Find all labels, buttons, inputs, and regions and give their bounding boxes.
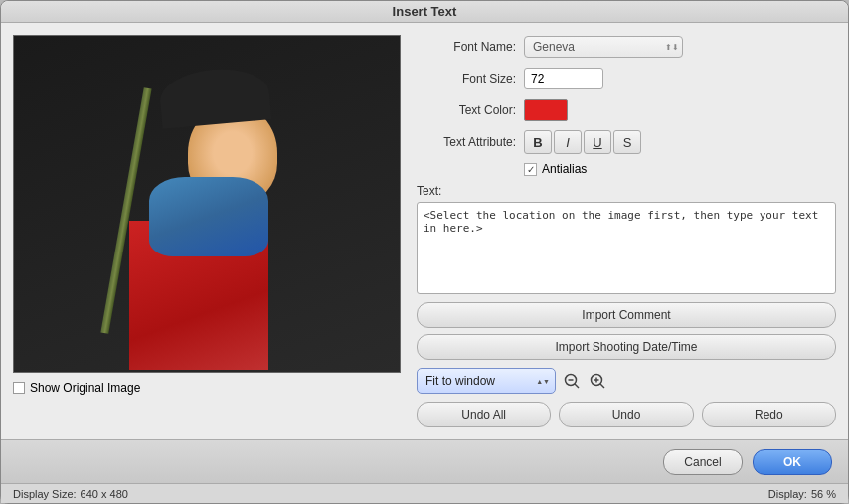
photo-scarf xyxy=(149,177,268,256)
text-color-label: Text Color: xyxy=(417,103,516,117)
font-name-select-wrapper: Geneva Arial Helvetica Times New Roman xyxy=(524,36,683,58)
font-name-label: Font Name: xyxy=(417,40,516,54)
italic-button[interactable]: I xyxy=(554,130,582,154)
cancel-button[interactable]: Cancel xyxy=(663,449,743,475)
display-zoom-label: Display: xyxy=(768,488,807,500)
image-preview[interactable] xyxy=(13,35,401,373)
import-buttons: Import Comment Import Shooting Date/Time xyxy=(417,302,836,360)
text-textarea[interactable]: <Select the location on the image first,… xyxy=(417,202,836,294)
font-size-input[interactable] xyxy=(524,68,603,89)
display-zoom-value: 56 % xyxy=(811,488,836,500)
underline-button[interactable]: U xyxy=(584,130,611,154)
fit-select-wrapper: Fit to window 100% 50% 25% 200% xyxy=(417,368,556,394)
zoom-row: Fit to window 100% 50% 25% 200% xyxy=(417,368,836,394)
import-datetime-button[interactable]: Import Shooting Date/Time xyxy=(417,334,836,360)
antialias-checkbox[interactable]: ✓ xyxy=(524,163,537,176)
right-panel: Font Name: Geneva Arial Helvetica Times … xyxy=(417,35,836,427)
show-original-row: Show Original Image xyxy=(13,381,401,395)
antialias-row: ✓ Antialias xyxy=(524,162,836,176)
text-attr-buttons: B I U S xyxy=(524,130,641,154)
ok-button[interactable]: OK xyxy=(753,449,832,475)
text-attr-label: Text Attribute: xyxy=(417,135,516,149)
svg-line-1 xyxy=(575,384,579,388)
strikethrough-button[interactable]: S xyxy=(613,130,641,154)
font-name-row: Font Name: Geneva Arial Helvetica Times … xyxy=(417,35,836,59)
zoom-out-icon[interactable] xyxy=(562,371,582,391)
text-section: Text: <Select the location on the image … xyxy=(417,184,836,294)
text-color-row: Text Color: xyxy=(417,98,836,122)
window-title: Insert Text xyxy=(393,4,457,19)
bold-button[interactable]: B xyxy=(524,130,552,154)
show-original-label: Show Original Image xyxy=(30,381,140,395)
main-window: Insert Text Show Original Image Font Nam… xyxy=(0,0,849,504)
text-color-swatch[interactable] xyxy=(524,99,568,121)
font-size-label: Font Size: xyxy=(417,72,516,85)
content-area: Show Original Image Font Name: Geneva Ar… xyxy=(1,23,848,439)
status-bar: Display Size: 640 x 480 Display: 56 % xyxy=(1,483,848,503)
font-name-select[interactable]: Geneva Arial Helvetica Times New Roman xyxy=(524,36,683,58)
display-size-section: Display Size: 640 x 480 xyxy=(13,488,128,500)
title-bar: Insert Text xyxy=(1,1,848,23)
font-size-row: Font Size: xyxy=(417,67,836,90)
undo-button[interactable]: Undo xyxy=(559,402,693,427)
display-size-value: 640 x 480 xyxy=(81,488,128,500)
fit-window-select[interactable]: Fit to window 100% 50% 25% 200% xyxy=(417,368,556,394)
display-size-label: Display Size: xyxy=(13,488,77,500)
text-attribute-row: Text Attribute: B I U S xyxy=(417,130,836,154)
redo-button[interactable]: Redo xyxy=(702,402,836,427)
left-panel: Show Original Image xyxy=(13,35,401,427)
undo-redo-row: Undo All Undo Redo xyxy=(417,402,836,427)
antialias-label: Antialias xyxy=(542,162,587,176)
text-label: Text: xyxy=(417,184,836,198)
show-original-checkbox[interactable] xyxy=(13,382,25,394)
zoom-in-icon[interactable] xyxy=(588,371,607,391)
import-comment-button[interactable]: Import Comment xyxy=(417,302,836,328)
display-zoom-section: Display: 56 % xyxy=(768,488,836,500)
svg-line-4 xyxy=(600,384,604,388)
bottom-buttons-row: Cancel OK xyxy=(1,439,848,483)
undo-all-button[interactable]: Undo All xyxy=(417,402,551,427)
photo-background xyxy=(14,36,400,372)
